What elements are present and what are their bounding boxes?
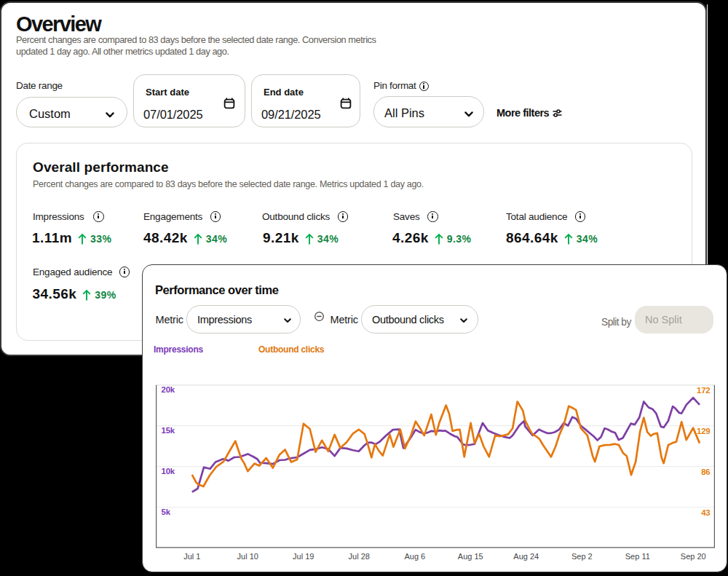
svg-text:10k: 10k bbox=[162, 467, 175, 476]
svg-text:129: 129 bbox=[697, 427, 710, 435]
svg-text:Sep 20: Sep 20 bbox=[681, 552, 706, 561]
svg-text:Jul 28: Jul 28 bbox=[349, 552, 370, 561]
svg-text:Aug 24: Aug 24 bbox=[513, 552, 539, 561]
svg-text:Sep 2: Sep 2 bbox=[571, 552, 593, 561]
svg-text:43: 43 bbox=[701, 508, 710, 517]
svg-text:15k: 15k bbox=[162, 426, 175, 435]
svg-text:Aug 15: Aug 15 bbox=[458, 552, 483, 561]
svg-text:5k: 5k bbox=[162, 508, 171, 516]
svg-text:20k: 20k bbox=[162, 385, 175, 394]
svg-text:Aug 6: Aug 6 bbox=[404, 552, 425, 561]
svg-text:Jul 19: Jul 19 bbox=[293, 552, 314, 561]
svg-text:Jul 1: Jul 1 bbox=[183, 552, 200, 561]
svg-text:Sep 11: Sep 11 bbox=[625, 552, 650, 561]
svg-text:172: 172 bbox=[697, 386, 710, 395]
svg-text:86: 86 bbox=[701, 467, 710, 476]
svg-text:Jul 10: Jul 10 bbox=[237, 552, 258, 561]
